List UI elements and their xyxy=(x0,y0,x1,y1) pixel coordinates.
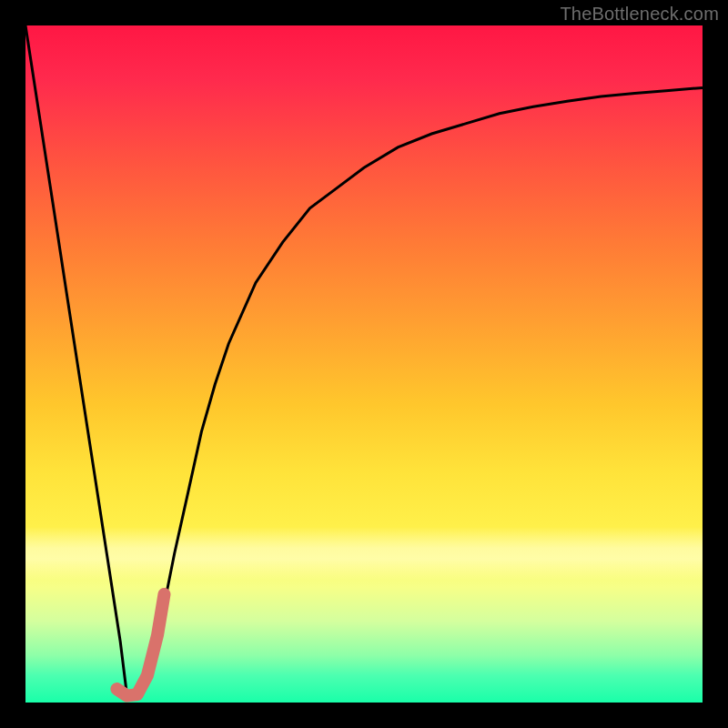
chart-frame: TheBottleneck.com xyxy=(0,0,728,728)
series-group xyxy=(25,25,703,696)
watermark-text: TheBottleneck.com xyxy=(560,4,719,25)
bottleneck-curve xyxy=(25,25,703,696)
plot-area xyxy=(25,25,703,703)
chart-svg xyxy=(25,25,703,703)
